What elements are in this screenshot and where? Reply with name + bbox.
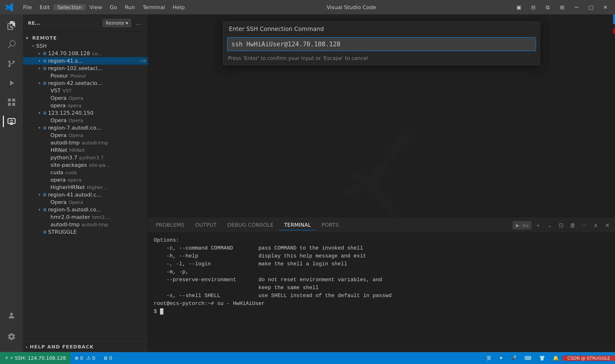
remote-icon: ⚡ [5, 355, 8, 361]
activity-explorer[interactable] [3, 17, 20, 34]
folder-opera-2[interactable]: opera opera [23, 102, 148, 109]
tab-ports[interactable]: PORTS [317, 220, 343, 230]
folder-site-packages[interactable]: site-packages site-pa... [23, 161, 148, 169]
tab-problems[interactable]: PROBLEMS [151, 220, 189, 230]
status-keyboard[interactable]: ⌨ [520, 355, 535, 361]
menu-run[interactable]: Run [121, 4, 139, 10]
host-chevron-icon: ▾ [37, 59, 42, 63]
toggle-panel-icon[interactable]: ⊟ [529, 2, 538, 12]
status-mic[interactable]: 🎤 [507, 355, 520, 361]
bottom-panel: PROBLEMS OUTPUT DEBUG CONSOLE TERMINAL P… [148, 218, 615, 352]
menu-terminal[interactable]: Terminal [139, 4, 169, 10]
help-feedback-section[interactable]: ▸ HELP AND FEEDBACK [23, 341, 148, 352]
activity-run-debug[interactable] [3, 74, 20, 92]
ssh-host-8[interactable]: ▾ 🖥 region-5.autodl.co... [23, 206, 148, 213]
folder-opera-6[interactable]: Opera Opera [23, 198, 148, 206]
grid-layout-icon[interactable]: ⊞ [557, 2, 567, 12]
csdn-label: CSDN @ STRUGGLE [567, 356, 610, 361]
error-icon: ⊗ [74, 355, 79, 361]
tab-output[interactable]: OUTPUT [190, 220, 221, 230]
folder-higherhrnet[interactable]: HigherHRNet Higher... [23, 183, 148, 191]
arrow-right-icon[interactable]: → [139, 59, 142, 63]
warning-icon: ⚠ [86, 355, 91, 361]
ssh-subsection[interactable]: ▾ SSH [23, 42, 148, 50]
folder-opera-1[interactable]: Opera Opera [23, 94, 148, 102]
tab-terminal[interactable]: TERMINAL [279, 220, 316, 230]
folder-autodl-tmp-1[interactable]: autodl-tmp autodl-tmp [23, 139, 148, 146]
folder-opera-3[interactable]: Opera Opera [23, 117, 148, 124]
folder-opera-5[interactable]: opera opera [23, 176, 148, 183]
ssh-host-struggle[interactable]: 🖥 STRUGGLE [23, 228, 148, 236]
more-actions-button[interactable]: ... [134, 19, 143, 27]
ssh-host-6[interactable]: ▾ 🖥 region-7.autodl.co... [23, 124, 148, 131]
ssh-host-5[interactable]: ▾ 🖥 123.125.240.150 [23, 109, 148, 117]
ssh-host-7[interactable]: ▾ 🖥 region-41.autodl.c... [23, 191, 148, 198]
activity-settings[interactable] [3, 328, 20, 345]
status-notification[interactable]: 🔔 [549, 355, 563, 361]
maximize-button[interactable]: □ [586, 2, 596, 12]
menu-go[interactable]: Go [106, 4, 121, 10]
folder-autodl-tmp-2[interactable]: autodl-tmp autodl-tmp [23, 221, 148, 228]
split-terminal-icon[interactable]: ⊡ [556, 221, 566, 230]
terminal-profile-button[interactable]: ▶ -su [513, 221, 531, 229]
scroll-indicator-blue [613, 14, 615, 24]
remote-section-header[interactable]: ▾ REMOTE [23, 34, 148, 42]
main-layout: RE... Remote ▾ ... ▾ REMOTE ▾ SSH ▸ 🖥 [0, 14, 615, 352]
status-errors[interactable]: ⊗ 0 ⚠ 0 [71, 352, 99, 364]
svg-point-0 [8, 65, 10, 67]
folder-poseur[interactable]: Poseur Poseur [23, 72, 148, 79]
remote-dropdown[interactable]: Remote ▾ [103, 19, 131, 27]
remote-process-count: 0 [109, 355, 112, 361]
add-terminal-button[interactable]: ＋ [533, 221, 543, 230]
folder-hrnet[interactable]: HRNet HRNet [23, 146, 148, 154]
ssh-host-3[interactable]: ▾ 🖥 region-102.seetacl... [23, 65, 148, 72]
menu-selection[interactable]: Selection [54, 4, 85, 10]
status-special1[interactable]: ✦ [495, 355, 507, 361]
section-chevron-icon: ▾ [26, 36, 31, 40]
monitor-icon: 🖥 [42, 192, 47, 197]
status-shirt[interactable]: 👕 [535, 355, 549, 361]
maximize-panel-icon[interactable]: ∧ [591, 221, 601, 230]
menu-view[interactable]: View [86, 4, 106, 10]
status-lang-en[interactable]: 英 [483, 355, 495, 361]
menu-file[interactable]: File [19, 4, 36, 10]
new-window-icon[interactable]: ⧉ [143, 59, 146, 63]
activity-bottom [3, 307, 20, 350]
activity-accounts[interactable] [3, 307, 20, 324]
folder-vst[interactable]: VST VST [23, 87, 148, 94]
folder-python37[interactable]: python3.7 python3.7 [23, 154, 148, 161]
ssh-host-2[interactable]: ▾ 🖥 region-41.s... → ⧉ [23, 57, 148, 65]
menu-help[interactable]: Help [169, 4, 189, 10]
sidebar-tree: ▾ REMOTE ▾ SSH ▸ 🖥 124.70.108.128 co... … [23, 32, 148, 341]
host-chevron-icon: ▾ [37, 193, 42, 197]
close-panel-icon[interactable]: ✕ [602, 221, 612, 230]
monitor-icon: 🖥 [42, 58, 47, 63]
ssh-command-input[interactable] [227, 37, 536, 51]
status-ssh[interactable]: ⚡ ⚡ SSH: 124.70.108.128 [0, 352, 71, 364]
terminal-output: Options: -c, --command COMMAND pass COMM… [148, 233, 615, 352]
ssh-host-1[interactable]: ▸ 🖥 124.70.108.128 co... [23, 50, 148, 57]
tab-debug-console[interactable]: DEBUG CONSOLE [222, 220, 278, 230]
activity-source-control[interactable] [3, 55, 20, 72]
kill-terminal-icon[interactable]: 🗑 [568, 221, 577, 230]
folder-opera-4[interactable]: Opera Opera [23, 131, 148, 139]
sidebar-section-label: RE... [28, 20, 100, 26]
activity-remote[interactable] [3, 113, 20, 130]
folder-hmr2[interactable]: hmr2.0-master hmr2.... [23, 213, 148, 221]
status-csdn[interactable]: CSDN @ STRUGGLE [563, 356, 615, 361]
special1-icon: ✦ [499, 355, 503, 361]
chevron-down-terminal-icon[interactable]: ⌄ [545, 221, 554, 230]
activity-search[interactable] [3, 36, 20, 53]
monitor-icon: 🖥 [42, 125, 47, 130]
status-remote-processes[interactable]: 🖥 0 [99, 352, 116, 364]
ssh-host-4[interactable]: ▾ 🖥 region-42.seetaclo... [23, 79, 148, 87]
activity-extensions[interactable] [3, 94, 20, 111]
toggle-sidebar-icon[interactable]: ▣ [514, 2, 524, 12]
menu-edit[interactable]: Edit [36, 4, 54, 10]
folder-cuda[interactable]: cuda cuda [23, 169, 148, 176]
minimize-button[interactable]: ─ [572, 2, 581, 12]
close-button[interactable]: ✕ [601, 2, 610, 12]
split-editor-icon[interactable]: ⧉ [543, 2, 553, 12]
more-terminal-icon[interactable]: ··· [579, 221, 589, 230]
scroll-indicator-red [613, 29, 615, 34]
